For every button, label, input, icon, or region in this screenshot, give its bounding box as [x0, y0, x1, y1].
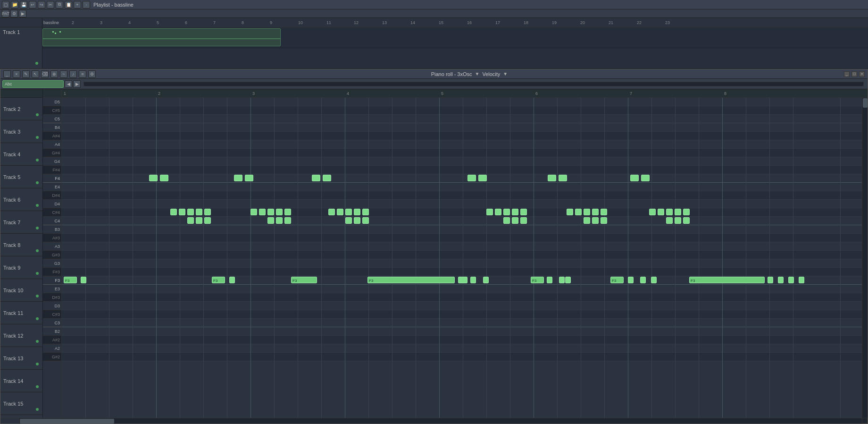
- pr-tool-strum[interactable]: ♪: [69, 70, 77, 78]
- velocity-label[interactable]: Velocity: [482, 71, 500, 77]
- note-cs4-4d[interactable]: [512, 209, 518, 215]
- note-c4-5a[interactable]: [584, 217, 590, 224]
- note-c4-2b[interactable]: [276, 217, 283, 224]
- note-f4-4a[interactable]: [467, 175, 476, 181]
- pr-minimize[interactable]: _: [3, 70, 11, 78]
- note-c4-6a[interactable]: [666, 217, 673, 224]
- note-f3-after-7b[interactable]: [778, 277, 784, 283]
- note-f3-after-7d[interactable]: [799, 277, 804, 283]
- note-f3-short-5b[interactable]: [559, 277, 565, 283]
- key-gs3[interactable]: G#3: [43, 251, 61, 259]
- note-f3-after-7a[interactable]: [768, 277, 773, 283]
- note-cs4-5c[interactable]: [584, 209, 590, 215]
- note-f4-3b[interactable]: [323, 175, 331, 181]
- note-f3-short-6b[interactable]: [640, 277, 646, 283]
- pr-tool-zoom[interactable]: ⊕: [50, 70, 58, 78]
- note-cs4-1b[interactable]: [179, 209, 185, 215]
- key-ds3[interactable]: D#3: [43, 293, 61, 302]
- pr-tool-settings[interactable]: ⚙: [88, 70, 96, 78]
- key-d5[interactable]: D5: [43, 98, 61, 106]
- key-gs2[interactable]: G#2: [43, 353, 61, 361]
- note-cs4-6a[interactable]: [649, 209, 656, 215]
- note-cs4-6d[interactable]: [675, 209, 681, 215]
- note-f4-2b[interactable]: [245, 175, 253, 181]
- note-cs4-3b[interactable]: [337, 209, 343, 215]
- key-fs4[interactable]: F#4: [43, 166, 61, 174]
- key-d3[interactable]: D3: [43, 302, 61, 310]
- pr-win-minimize[interactable]: _: [844, 71, 850, 77]
- scrollbar-thumb-v[interactable]: [863, 98, 868, 108]
- key-fs3[interactable]: F#3: [43, 268, 61, 276]
- paste-btn[interactable]: 📋: [65, 1, 72, 8]
- note-cs4-3e[interactable]: [362, 209, 369, 215]
- note-c4-5c[interactable]: [601, 217, 607, 224]
- note-grid[interactable]: 1 2 3 4 5 6 7 8: [62, 89, 868, 418]
- note-c4-1b[interactable]: [196, 217, 202, 224]
- key-e3[interactable]: E3: [43, 285, 61, 293]
- note-c4-1a[interactable]: [187, 217, 194, 224]
- grid-content[interactable]: F3 F3 F3 F3: [62, 98, 862, 418]
- cut-btn[interactable]: ✂: [47, 1, 54, 8]
- note-c4-4a[interactable]: [503, 217, 510, 224]
- pr-win-maximize[interactable]: □: [851, 71, 857, 77]
- note-c4-3c[interactable]: [362, 217, 369, 224]
- note-f4-1b[interactable]: [160, 175, 168, 181]
- key-c5[interactable]: C5: [43, 115, 61, 123]
- note-cs4-2a[interactable]: [250, 209, 257, 215]
- pr-tool-select[interactable]: ↖: [32, 70, 39, 78]
- key-as3[interactable]: A#3: [43, 234, 61, 242]
- key-g3[interactable]: G3: [43, 259, 61, 268]
- note-f4-5a[interactable]: [548, 175, 556, 181]
- note-f3-long-2[interactable]: F3: [212, 277, 225, 283]
- note-f4-6b[interactable]: [641, 175, 650, 181]
- note-c4-3b[interactable]: [354, 217, 360, 224]
- key-c4[interactable]: C4: [43, 217, 61, 225]
- key-c3[interactable]: C3: [43, 319, 61, 327]
- note-cs4-2b[interactable]: [259, 209, 266, 215]
- copy-btn[interactable]: ⧉: [56, 1, 63, 8]
- note-f4-3a[interactable]: [312, 175, 320, 181]
- key-as2[interactable]: A#2: [43, 336, 61, 344]
- note-cs4-3a[interactable]: [328, 209, 335, 215]
- key-ds4[interactable]: D#4: [43, 191, 61, 200]
- key-b2[interactable]: B2: [43, 327, 61, 336]
- note-cs4-1d[interactable]: [196, 209, 202, 215]
- note-f3-long-3[interactable]: F3: [291, 277, 317, 283]
- pr-tool-erase[interactable]: ⌫: [41, 70, 49, 78]
- pr-close[interactable]: ×: [13, 70, 20, 78]
- pr-scroll-h[interactable]: [83, 82, 864, 86]
- note-f3-short-6[interactable]: [628, 277, 634, 283]
- note-cs4-4a[interactable]: [486, 209, 493, 215]
- tool3[interactable]: ▶: [19, 10, 26, 17]
- note-c4-2a[interactable]: [267, 217, 274, 224]
- pat-btn[interactable]: PAT: [2, 10, 9, 17]
- pr-tool-detuning[interactable]: ~: [60, 70, 67, 78]
- zoom-out-btn[interactable]: -: [83, 1, 90, 8]
- key-g4[interactable]: G4: [43, 157, 61, 166]
- note-cs4-1a[interactable]: [170, 209, 177, 215]
- pr-scrollbar-v[interactable]: [862, 98, 868, 418]
- zoom-in-btn[interactable]: +: [74, 1, 81, 8]
- note-cs4-5b[interactable]: [575, 209, 582, 215]
- save-btn[interactable]: 💾: [20, 1, 27, 8]
- pr-nav-back[interactable]: ◀: [65, 80, 72, 88]
- tool2[interactable]: ⚙: [10, 10, 18, 17]
- pattern-block-track1[interactable]: [42, 28, 281, 46]
- pr-nav-forward[interactable]: ▶: [73, 80, 81, 88]
- note-f4-2a[interactable]: [234, 175, 242, 181]
- pr-tool-draw[interactable]: ✎: [22, 70, 30, 78]
- note-cs4-1c[interactable]: [187, 209, 194, 215]
- velocity-dropdown[interactable]: ▼: [503, 71, 508, 76]
- note-f3-short-5[interactable]: [547, 277, 552, 283]
- key-cs4[interactable]: C#4: [43, 208, 61, 217]
- note-f3-long-5[interactable]: F3: [531, 277, 544, 283]
- undo-btn[interactable]: ↩: [29, 1, 36, 8]
- key-gs4[interactable]: G#4: [43, 149, 61, 157]
- key-a3[interactable]: A3: [43, 242, 61, 251]
- note-cs4-4c[interactable]: [503, 209, 510, 215]
- note-c4-6b[interactable]: [675, 217, 681, 224]
- note-c4-4b[interactable]: [512, 217, 518, 224]
- note-c4-5b[interactable]: [592, 217, 599, 224]
- note-f3-after-4c[interactable]: [483, 277, 489, 283]
- key-a2[interactable]: A2: [43, 344, 61, 353]
